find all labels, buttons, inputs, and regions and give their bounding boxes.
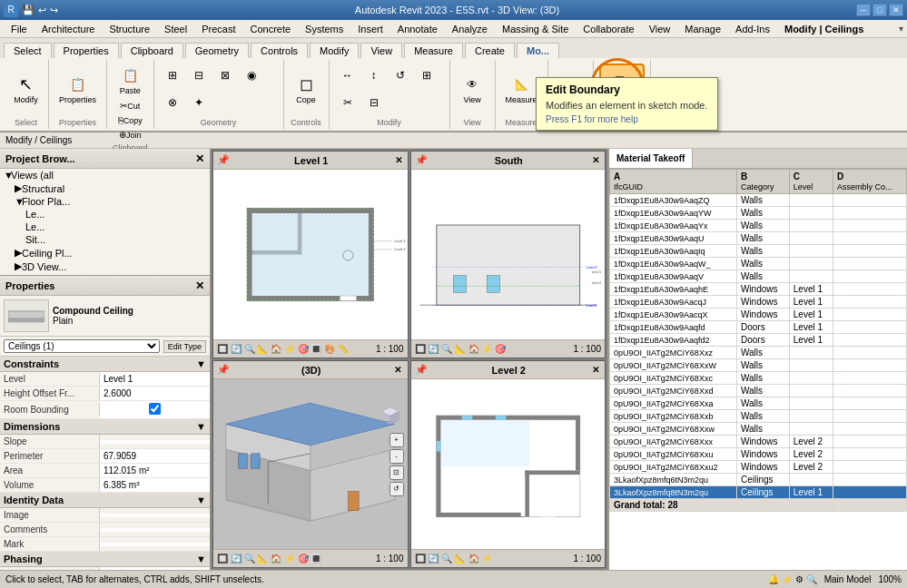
filter-select[interactable]: Ceilings (1)	[4, 339, 160, 353]
view-button[interactable]: 👁View	[456, 71, 488, 107]
menu-manage[interactable]: Manage	[677, 22, 728, 36]
edit-type-button[interactable]: Edit Type	[163, 340, 206, 353]
menu-analyze[interactable]: Analyze	[445, 22, 495, 36]
menu-view[interactable]: View	[642, 22, 678, 36]
menu-systems[interactable]: Systems	[298, 22, 350, 36]
table-row[interactable]: 0pU9OI_IIATg2MCiY68XxdWalls	[610, 385, 907, 397]
viewport-south-pin[interactable]: 📌	[415, 154, 428, 166]
table-row[interactable]: 1fDxqp1Eu8A30w9AaqhEWindowsLevel 1	[610, 283, 907, 296]
tree-item-le1[interactable]: Le...	[0, 208, 210, 220]
tab-select[interactable]: Select	[4, 43, 52, 58]
tab-create[interactable]: Create	[465, 43, 515, 58]
table-row[interactable]: 0pU9OI_IIATg2MCiY68XxbWalls	[610, 410, 907, 423]
menu-insert[interactable]: Insert	[350, 22, 390, 36]
tab-material-takeoff[interactable]: Material Takeoff	[609, 149, 693, 168]
close-button[interactable]: ✕	[889, 4, 903, 16]
menu-annotate[interactable]: Annotate	[390, 22, 445, 36]
minimize-button[interactable]: ─	[856, 4, 871, 16]
menu-architecture[interactable]: Architecture	[35, 22, 103, 36]
3d-view-canvas[interactable]: Front + - ⊡ ↺	[213, 379, 408, 549]
menu-precast[interactable]: Precast	[194, 22, 242, 36]
geometry-btn-1[interactable]: ⊞	[160, 63, 185, 88]
tree-item-floorplan[interactable]: ▼Floor Pla...	[0, 195, 210, 208]
menu-steel[interactable]: Steel	[157, 22, 194, 36]
tree-item-3dview[interactable]: ▶3D View...	[0, 260, 210, 273]
prop-value-height-offset[interactable]: 2.6000	[100, 387, 210, 400]
viewport-south-close[interactable]: ✕	[590, 155, 601, 165]
geometry-btn-2[interactable]: ⊟	[186, 63, 212, 88]
modify-tool-2[interactable]: ↕	[361, 63, 387, 88]
prop-section-dimensions-toggle[interactable]: ▼	[196, 421, 206, 432]
join-button[interactable]: ⊕ Join	[115, 128, 145, 142]
prop-value-level[interactable]: Level 1	[100, 372, 210, 386]
tab-view[interactable]: View	[360, 43, 402, 58]
viewport-3d-pin[interactable]: 📌	[217, 364, 230, 376]
table-row[interactable]: 1fDxqp1Eu8A30w9Aaqfd2DoorsLevel 1	[610, 334, 907, 347]
tree-item-le2[interactable]: Le...	[0, 220, 210, 233]
table-row-selected[interactable]: 3LkaofXpz8mfq8tN3m2quCeilingsLevel 1	[610, 486, 907, 499]
3d-nav-fit[interactable]: ⊡	[389, 466, 404, 480]
table-row[interactable]: 0pU9OI_IIATg2MCiY68XxxWindowsLevel 2	[610, 436, 907, 448]
tab-mode[interactable]: Mo...	[517, 43, 559, 58]
tab-geometry[interactable]: Geometry	[185, 43, 249, 58]
table-row[interactable]: 0pU9OI_IIATg2MCiY68XxwWalls	[610, 423, 907, 436]
geometry-btn-3[interactable]: ⊠	[212, 63, 238, 88]
table-row[interactable]: 0pU9OI_IIATg2MCiY68XxaWalls	[610, 397, 907, 410]
quick-access-undo[interactable]: ↩	[38, 5, 46, 16]
viewport-level1-close[interactable]: ✕	[393, 155, 404, 165]
table-row[interactable]: 1fDxqp1Eu8A30w9AacqXWindowsLevel 1	[610, 309, 907, 321]
menu-modify-ceilings[interactable]: Modify | Ceilings	[777, 22, 871, 36]
table-row[interactable]: 1fDxqp1Eu8A30w9AaqVWalls	[610, 270, 907, 283]
tree-item-ceilingpl[interactable]: ▶Ceiling Pl...	[0, 246, 210, 260]
elevation-view-canvas[interactable]: Level 2 Level 1 Level 1 Level 2	[411, 170, 606, 339]
copy-button[interactable]: ⎘ Copy	[114, 113, 146, 127]
plan-view-canvas[interactable]: Level 1 Level 2	[213, 170, 408, 339]
table-row[interactable]: 0pU9OI_IIATg2MCiY68Xxu2WindowsLevel 2	[610, 461, 907, 474]
table-row[interactable]: 1fDxqp1Eu8A30w9AaqfdDoorsLevel 1	[610, 321, 907, 334]
table-row[interactable]: 0pU9OI_IIATg2MCiY68XxuWindowsLevel 2	[610, 448, 907, 461]
table-row[interactable]: 1fDxqp1Eu8A30w9AaqIqWalls	[610, 245, 907, 258]
ribbon-toggle[interactable]: ▾	[899, 24, 903, 34]
quick-access-redo[interactable]: ↪	[50, 5, 58, 16]
prop-section-toggle[interactable]: ▼	[196, 358, 206, 369]
viewport-level2-pin[interactable]: 📌	[415, 364, 428, 376]
properties-button[interactable]: 📋 Properties	[54, 71, 101, 107]
table-row[interactable]: 1fDxqp1Eu8A30w9AaqW_Walls	[610, 258, 907, 270]
modify-tool-3[interactable]: ↺	[388, 63, 413, 88]
material-takeoff-table-container[interactable]: AIfcGUID BCategory CLevel DAssembly Co..…	[609, 169, 907, 570]
table-row[interactable]: 1fDxqp1Eu8A30w9AaqYxWalls	[610, 220, 907, 232]
cut-button[interactable]: ✂ Cut	[116, 99, 143, 113]
viewport-3d-close[interactable]: ✕	[392, 365, 403, 375]
table-row[interactable]: 0pU9OI_IIATg2MCiY68XxcWalls	[610, 372, 907, 385]
3d-nav-zoom-in[interactable]: +	[389, 433, 404, 447]
cope-button[interactable]: ◻ Cope	[290, 71, 322, 107]
menu-structure[interactable]: Structure	[102, 22, 157, 36]
properties-panel-close[interactable]: ✕	[195, 279, 204, 292]
room-bounding-checkbox[interactable]	[104, 403, 206, 415]
tab-measure[interactable]: Measure	[404, 43, 463, 58]
menu-concrete[interactable]: Concrete	[242, 22, 298, 36]
table-row[interactable]: 1fDxqp1Eu8A30w9AacqJWindowsLevel 1	[610, 296, 907, 309]
modify-tool-1[interactable]: ↔	[335, 63, 360, 88]
prop-section-identity-toggle[interactable]: ▼	[196, 495, 206, 505]
modify-tool-5[interactable]: ✂	[335, 90, 360, 115]
modify-tool-6[interactable]: ⊟	[361, 90, 387, 115]
maximize-button[interactable]: □	[872, 4, 887, 16]
menu-addins[interactable]: Add-Ins	[728, 22, 777, 36]
paste-button[interactable]: 📋 Paste	[114, 62, 145, 98]
geometry-btn-5[interactable]: ⊗	[160, 90, 185, 115]
3d-nav-zoom-out[interactable]: -	[389, 449, 404, 464]
geometry-btn-4[interactable]: ◉	[239, 63, 264, 88]
table-row[interactable]: 0pU9OI_IIATg2MCiY68XxWWalls	[610, 359, 907, 372]
tab-properties[interactable]: Properties	[54, 43, 119, 58]
menu-file[interactable]: File	[4, 22, 35, 36]
tab-controls[interactable]: Controls	[251, 43, 308, 58]
table-row[interactable]: 1fDxqp1Eu8A30w9AaqUWalls	[610, 232, 907, 245]
tab-modify[interactable]: Modify	[310, 43, 359, 58]
table-row[interactable]: 1fDxqp1Eu8A30w9AaqZQWalls	[610, 194, 907, 207]
tree-item-views[interactable]: ▼Views (all	[0, 169, 210, 181]
viewport-level1-pin[interactable]: 📌	[217, 154, 230, 166]
tree-item-structural[interactable]: ▶Structural	[0, 181, 210, 195]
3d-nav-orbit[interactable]: ↺	[389, 482, 404, 496]
project-browser-close[interactable]: ✕	[195, 152, 204, 165]
